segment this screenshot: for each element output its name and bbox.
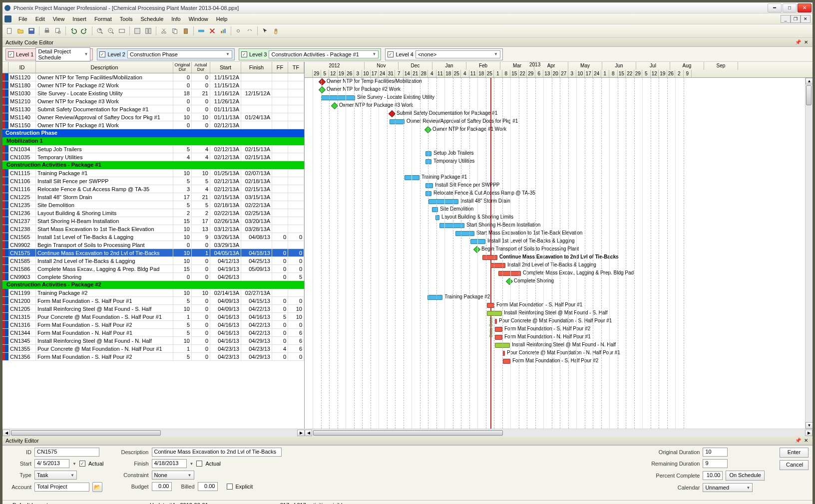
group-sub[interactable]: Construction Activities - Package #1 <box>2 161 304 169</box>
gantt-bar[interactable] <box>425 191 431 196</box>
editor-calendar-select[interactable]: Unnamed▼ <box>703 483 753 492</box>
mdi-restore[interactable]: ❐ <box>791 15 801 23</box>
menu-format[interactable]: Format <box>90 15 116 23</box>
menu-insert[interactable]: Insert <box>68 15 90 23</box>
paste-icon[interactable] <box>181 26 191 36</box>
delete-activity-icon[interactable] <box>207 26 217 36</box>
gantt-milestone[interactable] <box>389 110 396 117</box>
table-row[interactable]: CN9903 Complete Shoring 0 0 04/26/13 0 5 <box>2 273 304 281</box>
pin-icon[interactable]: 📌 <box>795 39 802 46</box>
gantt-bar[interactable] <box>432 207 438 212</box>
table-row[interactable]: CN1565 Install 1st Level of Tie-Backs & … <box>2 233 304 241</box>
zoom-out-icon[interactable]: - <box>106 26 116 36</box>
gantt-vscrollbar[interactable]: ▲ ▼ <box>805 78 813 429</box>
gantt-bar[interactable] <box>428 199 458 204</box>
col-header-ad[interactable]: Actual Dur <box>192 62 210 73</box>
col-header-od[interactable]: Original Dur <box>173 62 192 73</box>
menu-window[interactable]: Window <box>185 15 212 23</box>
panel-close-icon[interactable]: ✕ <box>803 39 810 46</box>
table-row[interactable]: CN1344 Form Mat Foundation - N. Half Pou… <box>2 329 304 337</box>
level-4-checkbox[interactable]: ✓ <box>388 51 394 57</box>
cut-icon[interactable] <box>159 26 169 36</box>
gantt-bar[interactable] <box>425 183 433 188</box>
table-row[interactable]: MS1210 Owner NTP for Package #3 Work 0 0… <box>2 97 304 105</box>
col-header-tf[interactable]: TF <box>288 62 304 73</box>
grid-body[interactable]: MS1120 Owner NTP for Temp Facilities/Mob… <box>2 73 304 429</box>
gantt-hscrollbar[interactable]: ◀▶ <box>305 429 813 436</box>
zoom-fit-icon[interactable] <box>117 26 127 36</box>
level-1-select[interactable]: Detail Project Schedule▼ <box>35 47 90 61</box>
gantt-bar[interactable] <box>425 159 431 164</box>
unlink-icon[interactable] <box>245 26 255 36</box>
gantt-bar[interactable] <box>495 335 502 340</box>
gantt-bar[interactable] <box>503 351 505 356</box>
group-phase[interactable]: Construction Phase <box>2 129 304 137</box>
menu-info[interactable]: Info <box>167 15 184 23</box>
table-row[interactable]: CN1585 Install 2nd Level of Tie-Backs & … <box>2 257 304 265</box>
hand-icon[interactable] <box>271 26 281 36</box>
gantt-bar[interactable] <box>425 151 431 156</box>
table-row[interactable]: MS1150 Owner NTP for Package #1 Work 0 0… <box>2 121 304 129</box>
editor-budget-input[interactable]: 0.00 <box>152 482 172 491</box>
table-row[interactable]: MS1030 Site Survey - Locate Existing Uti… <box>2 89 304 97</box>
gantt-milestone[interactable] <box>506 278 513 285</box>
close-button[interactable]: ✕ <box>798 3 812 12</box>
layout-1-icon[interactable] <box>132 26 142 36</box>
gantt-bar[interactable] <box>495 327 502 332</box>
table-row[interactable]: CN1034 Setup Job Trailers 5 4 02/12/13A … <box>2 145 304 153</box>
gantt-bar[interactable] <box>455 231 474 236</box>
col-header-desc[interactable]: Description <box>36 62 173 73</box>
gantt-bar[interactable] <box>482 255 497 260</box>
menu-file[interactable]: File <box>14 15 31 23</box>
table-row[interactable]: CN1345 Install Reinforcing Steel @ Mat F… <box>2 337 304 345</box>
editor-cancel-button[interactable]: Cancel <box>780 460 809 470</box>
gantt-bar[interactable] <box>503 359 510 364</box>
open-icon[interactable] <box>15 26 25 36</box>
copy-icon[interactable] <box>170 26 180 36</box>
editor-od-input[interactable]: 10 <box>703 448 728 457</box>
undo-icon[interactable] <box>68 26 78 36</box>
level-2-checkbox[interactable]: ✓ <box>99 51 105 57</box>
mdi-minimize[interactable]: _ <box>781 15 791 23</box>
group-sub[interactable]: Construction Activities - Package #2 <box>2 281 304 289</box>
editor-start-actual-checkbox[interactable]: ✓ <box>79 461 85 467</box>
col-header-id[interactable]: ID <box>8 62 36 73</box>
table-row[interactable]: CN1575 Continue Mass Excavation to 2nd L… <box>2 249 304 257</box>
editor-pc-input[interactable]: 10.00 <box>703 471 723 480</box>
table-row[interactable]: MS1140 Owner Review/Approval of Saftey D… <box>2 113 304 121</box>
grid-hscrollbar[interactable]: ◀▶ <box>2 429 305 436</box>
table-row[interactable]: CN1237 Start Shoring H-Beam Installation… <box>2 217 304 225</box>
editor-onschedule-button[interactable]: On Schedule <box>726 471 765 481</box>
editor-desc-input[interactable]: Continue Mass Excavation to 2nd Lvl of T… <box>152 448 282 457</box>
table-row[interactable]: CN9902 Begin Transport of Soils to Proce… <box>2 241 304 249</box>
editor-account-input[interactable]: Total Project <box>34 483 89 492</box>
gantt-milestone[interactable] <box>319 86 326 93</box>
gantt-milestone[interactable] <box>319 78 326 85</box>
menu-edit[interactable]: Edit <box>31 15 49 23</box>
editor-pin-icon[interactable]: 📌 <box>795 437 802 444</box>
table-row[interactable]: CN1116 Relocate Fence & Cut Access Ramp … <box>2 185 304 193</box>
new-icon[interactable] <box>4 26 14 36</box>
table-row[interactable]: CN1236 Layout Building & Shoring Limits … <box>2 209 304 217</box>
table-row[interactable]: CN1238 Start Mass Excavation to 1st Tie-… <box>2 225 304 233</box>
mdi-close[interactable]: ✕ <box>801 15 811 23</box>
editor-close-icon[interactable]: ✕ <box>803 437 810 444</box>
table-row[interactable]: CN1106 Install Silt Fence per SWPPP 5 5 … <box>2 177 304 185</box>
menu-help[interactable]: Help <box>212 15 232 23</box>
table-row[interactable]: CN1235 Site Demolition 5 5 02/18/13A 02/… <box>2 201 304 209</box>
table-row[interactable]: CN1035 Temporary Utilities 4 4 02/12/13A… <box>2 153 304 161</box>
table-row[interactable]: CN1355 Pour Concrete @ Mat Foundation - … <box>2 345 304 353</box>
link-icon[interactable] <box>234 26 244 36</box>
table-row[interactable]: MS1130 Submit Safety Documentation for P… <box>2 105 304 113</box>
print-preview-icon[interactable] <box>53 26 63 36</box>
account-browse-icon[interactable]: 📂 <box>92 482 102 492</box>
gantt-bar[interactable] <box>405 175 419 180</box>
editor-billed-input[interactable]: 0.00 <box>198 482 218 491</box>
gantt-bar[interactable] <box>490 263 505 268</box>
editor-start-input[interactable]: 4/ 5/2013 <box>34 459 69 468</box>
maximize-button[interactable]: □ <box>783 3 797 12</box>
gantt-body[interactable]: Data Date Owner NTP for Temp Facilities/… <box>305 78 813 429</box>
table-row[interactable]: CN1205 Install Reinforcing Steel @ Mat F… <box>2 305 304 313</box>
menu-tools[interactable]: Tools <box>116 15 137 23</box>
editor-enter-button[interactable]: Enter <box>780 448 809 458</box>
